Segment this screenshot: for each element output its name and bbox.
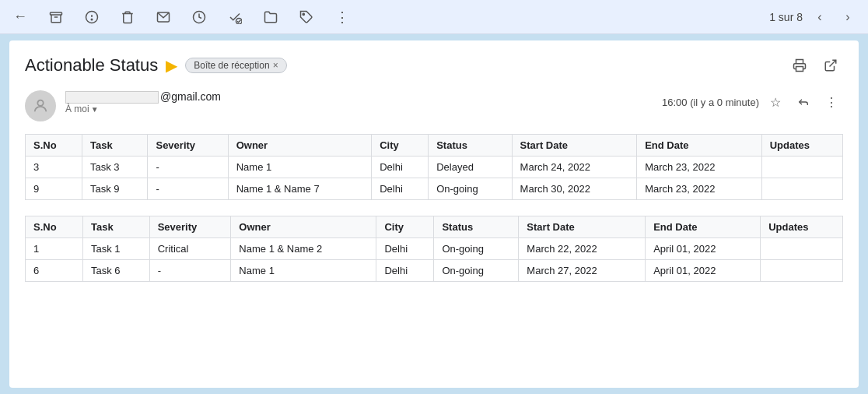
col-task-2: Task [83, 216, 150, 238]
toolbar: ← ⋮ 1 sur 8 ‹ › [0, 0, 868, 34]
page-info: 1 sur 8 [769, 11, 803, 23]
inbox-badge-label: Boîte de réception [194, 60, 269, 71]
reply-button[interactable] [792, 90, 815, 114]
col-task-1: Task [82, 135, 148, 157]
sender-email: @gmail.com [65, 90, 653, 104]
table-1-body: 3Task 3-Name 1DelhiDelayedMarch 24, 2022… [26, 157, 843, 200]
table-row: 9Task 9-Name 1 & Name 7DelhiOn-goingMarc… [26, 178, 843, 200]
table-2-body: 1Task 1CriticalName 1 & Name 2DelhiOn-go… [26, 238, 843, 282]
sender-details: @gmail.com À moi ▼ [65, 90, 653, 114]
to-me-dropdown[interactable]: À moi ▼ [65, 104, 653, 114]
col-city-1: City [372, 135, 429, 157]
svg-rect-0 [51, 12, 62, 15]
check-icon[interactable] [224, 6, 246, 28]
table-1-header-row: S.No Task Severity Owner City Status Sta… [26, 135, 843, 157]
col-end-date-2: End Date [646, 216, 761, 238]
table-row: 3Task 3-Name 1DelhiDelayedMarch 24, 2022… [26, 157, 843, 178]
delete-icon[interactable] [117, 6, 138, 28]
table-row: 6Task 6-Name 1DelhiOn-goingMarch 27, 202… [26, 260, 843, 282]
inbox-badge-close[interactable]: × [273, 60, 278, 71]
table-2-header-row: S.No Task Severity Owner City Status Sta… [26, 216, 843, 238]
table-1: S.No Task Severity Owner City Status Sta… [25, 134, 843, 200]
svg-point-11 [37, 100, 43, 106]
alert-icon[interactable] [81, 6, 103, 28]
table-row: 1Task 1CriticalName 1 & Name 2DelhiOn-go… [26, 238, 843, 260]
col-owner-2: Owner [231, 216, 376, 238]
col-start-date-2: Start Date [519, 216, 646, 238]
prev-page-button[interactable]: ‹ [809, 6, 831, 28]
inbox-badge: Boîte de réception × [185, 58, 286, 73]
col-severity-1: Severity [148, 135, 228, 157]
col-updates-2: Updates [761, 216, 843, 238]
clock-icon[interactable] [188, 6, 210, 28]
table-section-2: S.No Task Severity Owner City Status Sta… [25, 216, 843, 282]
header-actions [787, 53, 843, 78]
table-section-1: S.No Task Severity Owner City Status Sta… [25, 134, 843, 200]
new-window-button[interactable] [818, 53, 843, 78]
svg-line-10 [830, 60, 836, 66]
toolbar-left: ← ⋮ [9, 6, 353, 28]
content-area: Actionable Status ▶ Boîte de réception ×… [9, 40, 859, 388]
email-time-actions: 16:00 (il y a 0 minute) ☆ ⋮ [662, 90, 843, 114]
table-2: S.No Task Severity Owner City Status Sta… [25, 216, 843, 282]
col-end-date-1: End Date [637, 135, 762, 157]
archive-icon[interactable] [45, 6, 67, 28]
col-start-date-1: Start Date [512, 135, 637, 157]
col-sno-1: S.No [26, 135, 82, 157]
label-icon[interactable] [296, 6, 317, 28]
priority-icon: ▶ [166, 56, 177, 75]
table-1-header: S.No Task Severity Owner City Status Sta… [26, 135, 843, 157]
next-page-button[interactable]: › [837, 6, 859, 28]
avatar [25, 90, 56, 121]
col-status-1: Status [429, 135, 512, 157]
email-header-row: Actionable Status ▶ Boîte de réception × [25, 53, 843, 78]
back-icon[interactable]: ← [9, 6, 31, 28]
more-icon[interactable]: ⋮ [331, 6, 353, 28]
sender-email-redacted [65, 91, 159, 104]
svg-point-4 [91, 19, 93, 20]
sender-row: @gmail.com À moi ▼ 16:00 (il y a 0 minut… [25, 90, 843, 121]
svg-rect-9 [796, 67, 803, 72]
svg-point-8 [303, 13, 304, 15]
col-sno-2: S.No [26, 216, 83, 238]
email-time: 16:00 (il y a 0 minute) [662, 97, 759, 108]
col-city-2: City [376, 216, 434, 238]
col-severity-2: Severity [149, 216, 231, 238]
star-button[interactable]: ☆ [764, 90, 787, 114]
col-updates-1: Updates [761, 135, 842, 157]
email-title-section: Actionable Status ▶ Boîte de réception × [25, 55, 287, 76]
col-owner-1: Owner [228, 135, 371, 157]
more-actions-button[interactable]: ⋮ [820, 90, 843, 114]
col-status-2: Status [434, 216, 519, 238]
toolbar-right: 1 sur 8 ‹ › [769, 6, 859, 28]
email-title: Actionable Status [25, 55, 158, 76]
email-icon[interactable] [152, 6, 174, 28]
table-2-header: S.No Task Severity Owner City Status Sta… [26, 216, 843, 238]
folder-icon[interactable] [260, 6, 282, 28]
print-button[interactable] [787, 53, 812, 78]
